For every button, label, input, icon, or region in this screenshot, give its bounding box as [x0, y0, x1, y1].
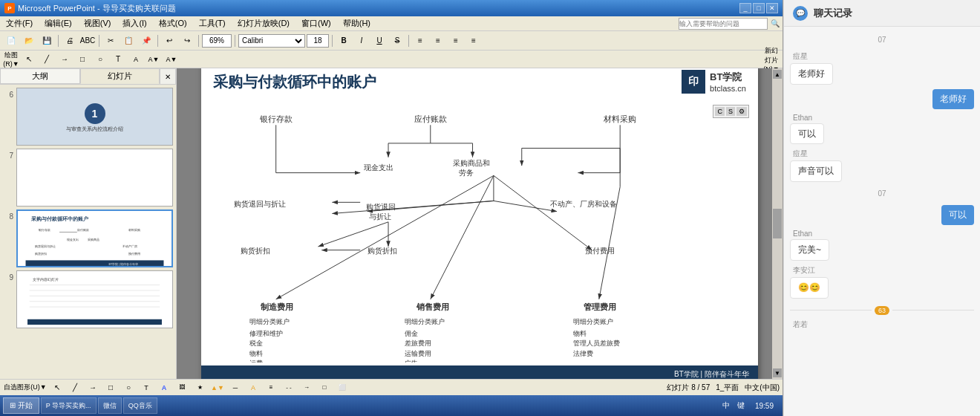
menu-slideshow[interactable]: 幻灯片放映(D)	[235, 18, 293, 29]
menu-window[interactable]: 窗口(W)	[298, 18, 334, 29]
svg-text:采购与付款循环中的账户: 采购与付款循环中的账户	[31, 215, 88, 222]
font-select[interactable]: Calibri	[238, 34, 305, 48]
print-button[interactable]: 🖨	[62, 33, 78, 48]
scroll-down-button[interactable]: ▼	[773, 368, 782, 377]
help-search-button[interactable]: 🔍	[771, 19, 780, 27]
scroll-thumb[interactable]	[773, 209, 782, 238]
logo-icon: 印	[682, 70, 705, 94]
chat-msg-ethan-1: Ethan 可以	[790, 114, 974, 145]
wordart-button[interactable]: A	[128, 52, 144, 67]
menu-tools[interactable]: 工具(T)	[196, 18, 229, 29]
copy-button[interactable]: 📋	[120, 33, 137, 48]
align-center-button[interactable]: ≡	[430, 33, 446, 48]
fontcolor-button[interactable]: A▼	[163, 52, 180, 67]
draw-fillcolor-button[interactable]: ▲▼	[209, 380, 226, 395]
menu-file[interactable]: 文件(F)	[3, 18, 36, 29]
slide-img-6[interactable]: 1 与审查关系内控流程介绍	[16, 88, 173, 146]
cut-button[interactable]: ✂	[102, 33, 119, 48]
italic-button[interactable]: I	[353, 33, 370, 48]
ellipse-button[interactable]: ○	[92, 52, 108, 67]
draw-3d-button[interactable]: ⬜	[334, 380, 350, 395]
arrow-button[interactable]: →	[56, 52, 73, 67]
menu-view[interactable]: 视图(V)	[81, 18, 114, 29]
save-button[interactable]: 💾	[39, 33, 55, 48]
unread-divider-2	[892, 310, 974, 311]
draw-select-button[interactable]: ↖	[49, 380, 65, 395]
zoom-input[interactable]	[202, 34, 232, 48]
draw-dashstyle-button[interactable]: - -	[281, 380, 297, 395]
slide-img-9[interactable]: 文字内容幻灯片	[16, 270, 173, 328]
font-size-input[interactable]	[307, 34, 329, 48]
slide-img-7[interactable]	[16, 149, 173, 207]
menu-help[interactable]: 帮助(H)	[340, 18, 373, 29]
minimize-button[interactable]: _	[739, 3, 751, 13]
rect-button[interactable]: □	[74, 52, 91, 67]
draw-wordart-button[interactable]: A	[156, 380, 172, 395]
draw-fontcolor-button[interactable]: A	[245, 380, 261, 395]
open-button[interactable]: 📂	[21, 33, 37, 48]
chat-sender-ethan-2: Ethan	[790, 230, 815, 238]
ctx-btn-1[interactable]: C	[715, 107, 725, 116]
bold-button[interactable]: B	[336, 33, 352, 48]
align-right-button[interactable]: ≡	[448, 33, 464, 48]
underline-button[interactable]: U	[371, 33, 388, 48]
draw-ellipse-button[interactable]: ○	[120, 380, 137, 395]
taskbar: ⊞ 开始 P 导导买卖购... 微信 QQ音乐 中 键 19:59	[0, 395, 783, 416]
slide-thumb-6[interactable]: 6 1 与审查关系内控流程介绍	[3, 88, 173, 146]
textbox-button[interactable]: T	[110, 52, 126, 67]
pointer-button[interactable]: ↖	[21, 52, 37, 67]
restore-button[interactable]: □	[753, 3, 765, 13]
shapes-button[interactable]: 绘图(R)▼	[3, 52, 19, 67]
chat-header: 💬 聊天记录	[784, 0, 980, 27]
taskbar-item-music[interactable]: QQ音乐	[123, 397, 157, 414]
draw-line-button[interactable]: ╱	[67, 380, 83, 395]
vertical-scrollbar[interactable]: ▲ ▼	[772, 68, 783, 379]
strikethrough-button[interactable]: S	[389, 33, 405, 48]
draw-insert-pic-button[interactable]: 🖼	[174, 380, 190, 395]
chat-bubble-right-1: 老师好	[932, 89, 974, 109]
undo-button[interactable]: ↩	[161, 33, 177, 48]
scroll-up-button[interactable]: ▲	[773, 70, 782, 79]
tab-outline[interactable]: 大纲	[0, 68, 80, 84]
redo-button[interactable]: ↪	[179, 33, 195, 48]
svg-text:BT学院 | 陪伴奋斗年华: BT学院 | 陪伴奋斗年华	[108, 262, 138, 266]
new-button[interactable]: 📄	[3, 33, 19, 48]
svg-rect-14	[27, 274, 162, 325]
slide-thumb-7[interactable]: 7	[3, 149, 173, 207]
help-search-input[interactable]	[679, 18, 768, 30]
draw-shapes-button[interactable]: 自选图形(U)▼	[3, 380, 48, 395]
toolbar-sep-3	[157, 35, 158, 47]
tab-slides[interactable]: 幻灯片	[80, 68, 160, 84]
paste-button[interactable]: 📌	[138, 33, 154, 48]
close-button[interactable]: ✕	[766, 3, 778, 13]
chat-msg-ethan-2: Ethan 完美~	[790, 230, 974, 261]
menu-edit[interactable]: 编辑(E)	[42, 18, 75, 29]
align-left-button[interactable]: ≡	[412, 33, 428, 48]
svg-text:广告: 广告	[405, 359, 418, 363]
draw-text-button[interactable]: T	[138, 380, 154, 395]
draw-arrowstyle-button[interactable]: →	[298, 380, 315, 395]
justify-button[interactable]: ≡	[466, 33, 482, 48]
slide-thumb-8[interactable]: 8 采购与付款循环中的账户 银行存款 应付账款 材料采购 现金	[3, 209, 173, 267]
ctx-btn-2[interactable]: S	[726, 107, 735, 116]
taskbar-item-wechat[interactable]: 微信	[98, 397, 122, 414]
panel-close-button[interactable]: ✕	[160, 68, 176, 85]
draw-linecolor-button[interactable]: ─	[227, 380, 244, 395]
draw-linestyle-button[interactable]: ≡	[263, 380, 279, 395]
taskbar-item-ppt[interactable]: P 导导买卖购...	[41, 397, 97, 414]
slide-img-8[interactable]: 采购与付款循环中的账户 银行存款 应付账款 材料采购 现金支出 采购商品 购货退…	[16, 209, 173, 267]
chat-msg-douxing-1: 痘星 老师好	[790, 51, 974, 85]
draw-clipart-button[interactable]: ★	[192, 380, 208, 395]
menu-insert[interactable]: 插入(I)	[120, 18, 149, 29]
new-slide-button[interactable]: 新幻灯片(N)▼	[763, 52, 780, 67]
draw-rect-button[interactable]: □	[102, 380, 119, 395]
draw-shadow-button[interactable]: □	[316, 380, 333, 395]
fillcolor-button[interactable]: A▼	[146, 52, 162, 67]
start-button[interactable]: ⊞ 开始	[3, 397, 39, 414]
ctx-btn-3[interactable]: ⚙	[736, 107, 747, 116]
draw-arrow-button[interactable]: →	[85, 380, 101, 395]
menu-format[interactable]: 格式(O)	[156, 18, 190, 29]
slide-thumb-9[interactable]: 9 文字内容幻灯片	[3, 270, 173, 328]
spell-button[interactable]: ABC	[79, 33, 96, 48]
line-button[interactable]: ╱	[39, 52, 55, 67]
